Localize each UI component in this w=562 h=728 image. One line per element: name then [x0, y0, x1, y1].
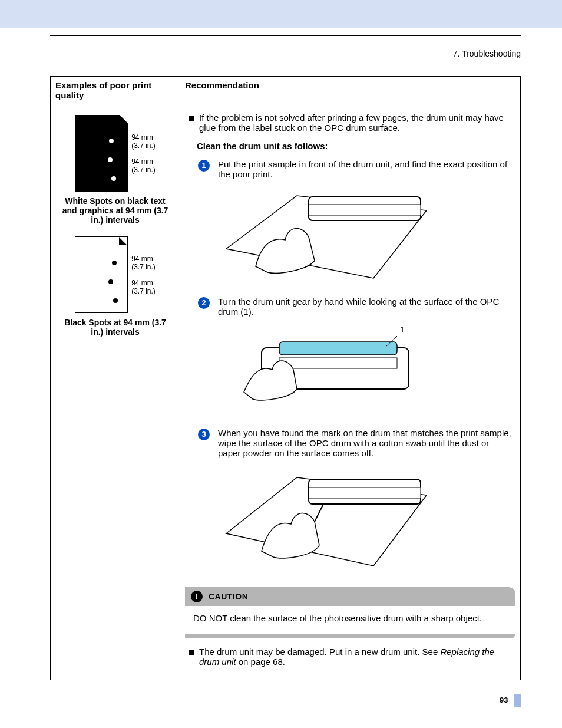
bullet-text: If the problem is not solved after print…: [199, 113, 513, 133]
illustration-3: [220, 463, 515, 577]
document-page: 7. Troubleshooting Examples of poor prin…: [0, 35, 562, 725]
step-text: Put the print sample in front of the dru…: [218, 159, 513, 179]
viewer-top-bar: [0, 0, 562, 28]
dim-value: 94 mm: [131, 157, 156, 166]
svg-rect-2: [309, 205, 421, 215]
clean-heading: Clean the drum unit as follows:: [185, 139, 515, 157]
illustration-2: 1: [220, 321, 515, 417]
caption-white-spots: White Spots on black text and graphics a…: [58, 196, 173, 225]
callout-label: 1: [400, 325, 405, 334]
section-title: 7. Troubleshooting: [50, 49, 521, 58]
dim-value: 94 mm: [131, 133, 156, 141]
illustration-1: [220, 184, 515, 286]
header-rule: [50, 35, 521, 36]
text-part: The drum unit may be damaged. Put in a n…: [199, 647, 440, 657]
caption-black-spots: Black Spots at 94 mm (3.7 in.) intervals: [58, 318, 173, 337]
page-tab-marker: [514, 694, 521, 707]
dim-value: (3.7 in.): [131, 166, 156, 174]
svg-rect-5: [279, 358, 397, 368]
step-text: Turn the drum unit gear by hand while lo…: [218, 297, 513, 317]
black-spots-diagram: 94 mm (3.7 in.) 94 mm (3.7 in.): [55, 236, 175, 313]
dimension-labels-2: 94 mm (3.7 in.) 94 mm (3.7 in.): [131, 236, 156, 313]
page-number: 93: [500, 696, 508, 704]
caution-icon: !: [191, 591, 203, 602]
recommendation-cell: If the problem is not solved after print…: [180, 104, 521, 680]
step-1: 1 Put the print sample in front of the d…: [198, 159, 513, 179]
step-text: When you have found the mark on the drum…: [218, 428, 513, 458]
step-number-icon: 2: [198, 297, 210, 309]
dim-value: (3.7 in.): [131, 141, 156, 150]
step-3: 3 When you have found the mark on the dr…: [198, 428, 513, 458]
step-number-icon: 1: [198, 160, 210, 172]
column-header-left: Examples of poor print quality: [51, 77, 180, 104]
step-number-icon: 3: [198, 429, 210, 440]
white-spots-diagram: 94 mm (3.7 in.) 94 mm (3.7 in.): [55, 115, 175, 192]
caution-footer-bar: [185, 634, 515, 638]
caution-label: CAUTION: [209, 592, 248, 601]
text-part: on page 68.: [236, 657, 285, 667]
square-bullet-icon: [189, 116, 194, 121]
column-header-right: Recommendation: [180, 77, 521, 104]
black-page-figure: [75, 115, 128, 192]
bullet-text: The drum unit may be damaged. Put in a n…: [199, 647, 513, 667]
dim-value: (3.7 in.): [131, 287, 156, 295]
caution-text: DO NOT clean the surface of the photosen…: [185, 606, 515, 634]
troubleshooting-table: Examples of poor print quality Recommend…: [50, 76, 521, 680]
svg-rect-9: [309, 487, 421, 498]
dim-value: 94 mm: [131, 279, 156, 287]
caution-header: ! CAUTION: [185, 587, 515, 606]
bullet-item: If the problem is not solved after print…: [189, 113, 513, 133]
dim-value: 94 mm: [131, 255, 156, 263]
dim-value: (3.7 in.): [131, 263, 156, 271]
examples-cell: 94 mm (3.7 in.) 94 mm (3.7 in.) White Sp…: [51, 104, 180, 680]
dimension-labels-1: 94 mm (3.7 in.) 94 mm (3.7 in.): [131, 115, 156, 192]
bullet-item: The drum unit may be damaged. Put in a n…: [189, 647, 513, 667]
square-bullet-icon: [189, 650, 194, 655]
svg-rect-4: [279, 342, 397, 355]
step-2: 2 Turn the drum unit gear by hand while …: [198, 297, 513, 317]
white-page-figure: [75, 236, 128, 313]
page-footer: 93: [50, 680, 521, 707]
